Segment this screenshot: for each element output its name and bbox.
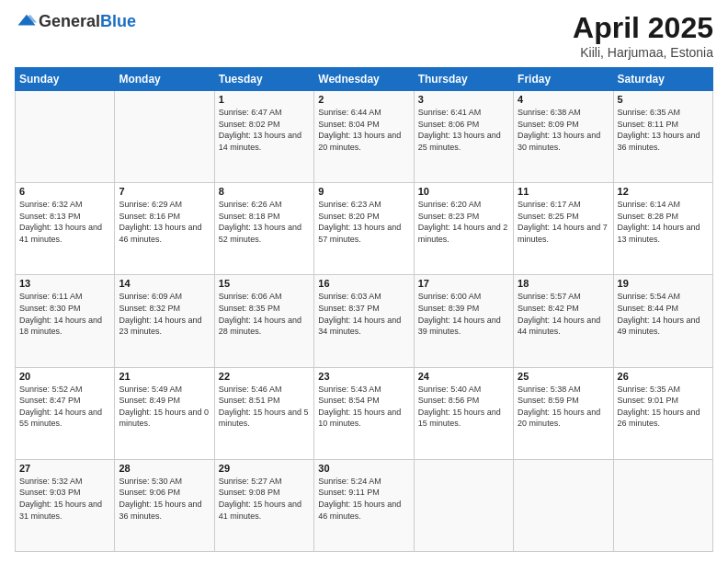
- day-info: Sunrise: 5:43 AMSunset: 8:54 PMDaylight:…: [318, 384, 409, 430]
- logo: GeneralBlue: [15, 11, 136, 31]
- calendar-cell: 23Sunrise: 5:43 AMSunset: 8:54 PMDayligh…: [314, 367, 414, 459]
- day-number: 11: [518, 186, 609, 197]
- logo-blue: Blue: [100, 12, 136, 30]
- day-number: 3: [418, 94, 509, 105]
- calendar-cell: 29Sunrise: 5:27 AMSunset: 9:08 PMDayligh…: [214, 459, 313, 551]
- day-number: 29: [219, 463, 310, 474]
- calendar-cell: 21Sunrise: 5:49 AMSunset: 8:49 PMDayligh…: [115, 367, 214, 459]
- calendar-cell: 27Sunrise: 5:32 AMSunset: 9:03 PMDayligh…: [16, 459, 115, 551]
- logo-general: General: [39, 12, 100, 30]
- calendar-cell: 28Sunrise: 5:30 AMSunset: 9:06 PMDayligh…: [115, 459, 214, 551]
- day-number: 5: [618, 94, 709, 105]
- day-number: 9: [318, 186, 409, 197]
- day-info: Sunrise: 6:09 AMSunset: 8:32 PMDaylight:…: [119, 291, 210, 337]
- calendar-cell: [414, 459, 513, 551]
- day-info: Sunrise: 6:44 AMSunset: 8:04 PMDaylight:…: [318, 107, 409, 153]
- calendar-cell: 2Sunrise: 6:44 AMSunset: 8:04 PMDaylight…: [314, 91, 414, 183]
- calendar-cell: 6Sunrise: 6:32 AMSunset: 8:13 PMDaylight…: [16, 183, 115, 275]
- day-number: 19: [618, 278, 709, 289]
- calendar-cell: 20Sunrise: 5:52 AMSunset: 8:47 PMDayligh…: [16, 367, 115, 459]
- day-number: 24: [418, 371, 509, 382]
- day-number: 6: [19, 186, 110, 197]
- day-info: Sunrise: 6:20 AMSunset: 8:23 PMDaylight:…: [418, 199, 509, 245]
- day-number: 30: [318, 463, 409, 474]
- day-info: Sunrise: 6:00 AMSunset: 8:39 PMDaylight:…: [418, 291, 509, 337]
- calendar-cell: 3Sunrise: 6:41 AMSunset: 8:06 PMDaylight…: [414, 91, 513, 183]
- day-info: Sunrise: 5:54 AMSunset: 8:44 PMDaylight:…: [618, 291, 709, 337]
- day-number: 12: [618, 186, 709, 197]
- page: GeneralBlue April 2025 Kiili, Harjumaa, …: [0, 0, 728, 563]
- day-number: 14: [119, 278, 210, 289]
- col-header-friday: Friday: [514, 68, 613, 91]
- title-block: April 2025 Kiili, Harjumaa, Estonia: [573, 11, 713, 60]
- day-info: Sunrise: 5:30 AMSunset: 9:06 PMDaylight:…: [119, 476, 210, 522]
- day-info: Sunrise: 5:46 AMSunset: 8:51 PMDaylight:…: [219, 384, 310, 430]
- day-info: Sunrise: 6:38 AMSunset: 8:09 PMDaylight:…: [518, 107, 609, 153]
- day-number: 20: [19, 371, 110, 382]
- day-number: 27: [19, 463, 110, 474]
- header-row: SundayMondayTuesdayWednesdayThursdayFrid…: [16, 68, 713, 91]
- calendar-cell: 9Sunrise: 6:23 AMSunset: 8:20 PMDaylight…: [314, 183, 414, 275]
- header: GeneralBlue April 2025 Kiili, Harjumaa, …: [15, 11, 713, 60]
- day-number: 17: [418, 278, 509, 289]
- day-info: Sunrise: 6:11 AMSunset: 8:30 PMDaylight:…: [19, 291, 110, 337]
- day-info: Sunrise: 5:52 AMSunset: 8:47 PMDaylight:…: [19, 384, 110, 430]
- calendar-cell: 13Sunrise: 6:11 AMSunset: 8:30 PMDayligh…: [16, 275, 115, 367]
- col-header-wednesday: Wednesday: [314, 68, 414, 91]
- main-title: April 2025: [573, 11, 713, 45]
- calendar-cell: 8Sunrise: 6:26 AMSunset: 8:18 PMDaylight…: [214, 183, 313, 275]
- col-header-sunday: Sunday: [16, 68, 115, 91]
- calendar-cell: [514, 459, 613, 551]
- day-number: 18: [518, 278, 609, 289]
- day-number: 23: [318, 371, 409, 382]
- calendar-table: SundayMondayTuesdayWednesdayThursdayFrid…: [15, 67, 713, 552]
- calendar-cell: 7Sunrise: 6:29 AMSunset: 8:16 PMDaylight…: [115, 183, 214, 275]
- day-number: 16: [318, 278, 409, 289]
- calendar-cell: 12Sunrise: 6:14 AMSunset: 8:28 PMDayligh…: [613, 183, 712, 275]
- day-info: Sunrise: 5:38 AMSunset: 8:59 PMDaylight:…: [518, 384, 609, 430]
- col-header-monday: Monday: [115, 68, 214, 91]
- calendar-cell: 5Sunrise: 6:35 AMSunset: 8:11 PMDaylight…: [613, 91, 712, 183]
- calendar-cell: [613, 459, 712, 551]
- calendar-cell: 19Sunrise: 5:54 AMSunset: 8:44 PMDayligh…: [613, 275, 712, 367]
- calendar-cell: 15Sunrise: 6:06 AMSunset: 8:35 PMDayligh…: [214, 275, 313, 367]
- day-number: 7: [119, 186, 210, 197]
- calendar-cell: 11Sunrise: 6:17 AMSunset: 8:25 PMDayligh…: [514, 183, 613, 275]
- calendar-cell: [16, 91, 115, 183]
- day-number: 8: [219, 186, 310, 197]
- day-info: Sunrise: 6:23 AMSunset: 8:20 PMDaylight:…: [318, 199, 409, 245]
- calendar-cell: 22Sunrise: 5:46 AMSunset: 8:51 PMDayligh…: [214, 367, 313, 459]
- day-number: 13: [19, 278, 110, 289]
- calendar-cell: 17Sunrise: 6:00 AMSunset: 8:39 PMDayligh…: [414, 275, 513, 367]
- day-number: 26: [618, 371, 709, 382]
- calendar-cell: 25Sunrise: 5:38 AMSunset: 8:59 PMDayligh…: [514, 367, 613, 459]
- calendar-cell: 14Sunrise: 6:09 AMSunset: 8:32 PMDayligh…: [115, 275, 214, 367]
- col-header-saturday: Saturday: [613, 68, 712, 91]
- subtitle: Kiili, Harjumaa, Estonia: [573, 45, 713, 60]
- day-info: Sunrise: 6:03 AMSunset: 8:37 PMDaylight:…: [318, 291, 409, 337]
- day-number: 22: [219, 371, 310, 382]
- logo-icon: [17, 11, 37, 31]
- day-info: Sunrise: 5:49 AMSunset: 8:49 PMDaylight:…: [119, 384, 210, 430]
- col-header-tuesday: Tuesday: [214, 68, 313, 91]
- day-info: Sunrise: 5:27 AMSunset: 9:08 PMDaylight:…: [219, 476, 310, 522]
- calendar-cell: 4Sunrise: 6:38 AMSunset: 8:09 PMDaylight…: [514, 91, 613, 183]
- day-number: 15: [219, 278, 310, 289]
- day-info: Sunrise: 6:35 AMSunset: 8:11 PMDaylight:…: [618, 107, 709, 153]
- day-info: Sunrise: 6:14 AMSunset: 8:28 PMDaylight:…: [618, 199, 709, 245]
- day-info: Sunrise: 6:17 AMSunset: 8:25 PMDaylight:…: [518, 199, 609, 245]
- col-header-thursday: Thursday: [414, 68, 513, 91]
- day-info: Sunrise: 5:35 AMSunset: 9:01 PMDaylight:…: [618, 384, 709, 430]
- day-info: Sunrise: 5:57 AMSunset: 8:42 PMDaylight:…: [518, 291, 609, 337]
- day-info: Sunrise: 5:32 AMSunset: 9:03 PMDaylight:…: [19, 476, 110, 522]
- calendar-cell: 26Sunrise: 5:35 AMSunset: 9:01 PMDayligh…: [613, 367, 712, 459]
- calendar-cell: 24Sunrise: 5:40 AMSunset: 8:56 PMDayligh…: [414, 367, 513, 459]
- day-info: Sunrise: 6:26 AMSunset: 8:18 PMDaylight:…: [219, 199, 310, 245]
- day-info: Sunrise: 6:06 AMSunset: 8:35 PMDaylight:…: [219, 291, 310, 337]
- day-number: 25: [518, 371, 609, 382]
- calendar-cell: 16Sunrise: 6:03 AMSunset: 8:37 PMDayligh…: [314, 275, 414, 367]
- day-number: 4: [518, 94, 609, 105]
- day-info: Sunrise: 5:24 AMSunset: 9:11 PMDaylight:…: [318, 476, 409, 522]
- day-number: 1: [219, 94, 310, 105]
- calendar-cell: [115, 91, 214, 183]
